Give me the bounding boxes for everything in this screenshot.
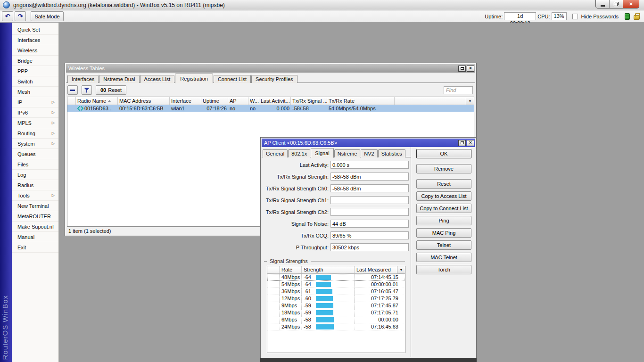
main-titlebar[interactable]: grigoris@wildbird.dyndns.org (kefalonia.… <box>0 0 644 10</box>
field-input-tx-rx-ccq[interactable] <box>330 231 409 239</box>
signal-row[interactable]: 48Mbps-6407:14:45.15 <box>267 274 405 281</box>
column-header-ap[interactable]: AP <box>228 97 248 105</box>
sidebar-item-quick-set[interactable]: Quick Set <box>12 25 58 35</box>
tab-802-1x[interactable]: 802.1x <box>288 149 310 157</box>
find-input[interactable] <box>444 86 473 94</box>
sig-column-header-last-measured[interactable]: Last Measured <box>355 266 397 273</box>
signal-row[interactable]: 54Mbps-6400:00:00.01 <box>267 281 405 288</box>
column-header-last-activit[interactable]: Last Activit... <box>259 97 291 105</box>
sig-column-dropdown-button[interactable]: ▼ <box>397 266 405 273</box>
remove-button[interactable]: Remove <box>416 164 471 173</box>
minimize-button[interactable] <box>596 0 610 8</box>
signal-row[interactable]: 6Mbps-5800:00:00 <box>267 316 405 323</box>
sidebar-item-radius[interactable]: Radius <box>12 180 58 190</box>
column-header-mac-address[interactable]: MAC Address <box>118 97 170 105</box>
sidebar-item-ipv6[interactable]: IPv6▷ <box>12 107 58 118</box>
registration-row-selected[interactable]: 00156D63...00:15:6D:63:C6:5Bwlan107:18:2… <box>67 105 474 112</box>
ap-close-button[interactable]: × <box>467 140 474 146</box>
sidebar-item-ip[interactable]: IP▷ <box>12 97 58 107</box>
column-dropdown-button[interactable]: ▼ <box>466 97 474 105</box>
reset-button[interactable]: Reset <box>416 179 471 189</box>
sidebar-item-exit[interactable]: Exit <box>12 242 58 253</box>
field-input-tx-rx-signal-strength-ch1[interactable] <box>330 196 409 204</box>
sidebar-item-metarouter[interactable]: MetaROUTER <box>12 211 58 222</box>
sidebar-item-wireless[interactable]: Wireless <box>12 45 58 56</box>
close-button[interactable]: ✕ <box>623 0 639 8</box>
sidebar-item-make-supout-rif[interactable]: Make Supout.rif <box>12 222 58 232</box>
sig-cell-rate: 18Mbps <box>280 309 302 316</box>
column-header-w[interactable]: W... <box>248 97 259 105</box>
torch-button[interactable]: Torch <box>416 265 471 274</box>
copy-to-connect-list-button[interactable]: Copy to Connect List <box>416 204 471 213</box>
field-input-tx-rx-signal-strength-ch2[interactable] <box>330 208 409 216</box>
filter-button[interactable] <box>82 85 92 95</box>
sig-column-header-strength[interactable]: Strength <box>302 266 355 273</box>
signal-row[interactable]: 18Mbps-5907:17:05.71 <box>267 309 405 316</box>
safe-mode-button[interactable]: Safe Mode <box>31 11 64 21</box>
tab-statistics[interactable]: Statistics <box>378 149 405 157</box>
tab-general[interactable]: General <box>263 149 288 157</box>
redo-button[interactable]: ↷ <box>15 11 26 21</box>
column-header-radio-name[interactable]: Radio Name <box>76 97 118 105</box>
field-input-p-throughput[interactable] <box>330 243 409 251</box>
tab-interfaces[interactable]: Interfaces <box>67 75 99 83</box>
ap-maximize-button[interactable] <box>458 140 466 146</box>
sig-cell-select <box>267 288 280 295</box>
signal-row[interactable]: 36Mbps-6107:16:05.47 <box>267 288 405 295</box>
field-input-tx-rx-signal-strength-ch0[interactable] <box>330 184 409 192</box>
remove-entry-button[interactable] <box>67 85 78 95</box>
field-input-tx-rx-signal-strength[interactable] <box>330 173 409 181</box>
tab-registration[interactable]: Registration <box>175 74 213 83</box>
wireless-close-button[interactable]: × <box>467 66 474 72</box>
sidebar-item-system[interactable]: System▷ <box>12 139 58 149</box>
sidebar-item-routing[interactable]: Routing▷ <box>12 128 58 139</box>
sidebar-item-tools[interactable]: Tools▷ <box>12 190 58 201</box>
reset-button[interactable]: 00Reset <box>96 85 126 95</box>
sidebar-item-new-terminal[interactable]: New Terminal <box>12 201 58 211</box>
column-header-uptime[interactable]: Uptime <box>201 97 228 105</box>
copy-to-access-list-button[interactable]: Copy to Access List <box>416 191 471 201</box>
telnet-button[interactable]: Telnet <box>416 240 471 250</box>
sidebar-menu: Quick SetInterfacesWirelessBridgePPPSwit… <box>12 23 59 362</box>
wireless-maximize-button[interactable] <box>458 66 466 72</box>
ok-button[interactable]: OK <box>416 149 471 158</box>
tab-nstreme-dual[interactable]: Nstreme Dual <box>99 75 139 83</box>
sidebar-item-label: Interfaces <box>17 37 40 43</box>
wireless-window-titlebar[interactable]: Wireless Tables × <box>66 64 475 73</box>
column-header-tx-rx-rate[interactable]: Tx/Rx Rate <box>327 97 395 105</box>
sig-column-header-rate[interactable]: Rate <box>280 266 302 273</box>
sidebar-item-mpls[interactable]: MPLS▷ <box>12 118 58 128</box>
signal-row[interactable]: 12Mbps-6007:17:25.79 <box>267 295 405 302</box>
undo-button[interactable]: ↶ <box>2 11 13 21</box>
sidebar-item-files[interactable]: Files <box>12 159 58 170</box>
ap-dialog-controls: × <box>458 140 474 146</box>
tab-nstreme[interactable]: Nstreme <box>334 149 361 157</box>
tab-nv2[interactable]: NV2 <box>361 149 377 157</box>
tab-signal[interactable]: Signal <box>311 148 334 158</box>
sidebar-item-ppp[interactable]: PPP <box>12 66 58 76</box>
sidebar-item-queues[interactable]: Queues <box>12 149 58 159</box>
ping-button[interactable]: Ping <box>416 216 471 225</box>
mac-ping-button[interactable]: MAC Ping <box>416 228 471 238</box>
sidebar-item-interfaces[interactable]: Interfaces <box>12 35 58 45</box>
tab-security-profiles[interactable]: Security Profiles <box>251 75 297 83</box>
sidebar-item-switch[interactable]: Switch <box>12 76 58 87</box>
column-header-interface[interactable]: Interface <box>170 97 201 105</box>
tab-access-list[interactable]: Access List <box>140 75 175 83</box>
mac-telnet-button[interactable]: MAC Telnet <box>416 253 471 262</box>
field-input-last-activity[interactable] <box>330 161 409 169</box>
signal-row[interactable]: 24Mbps-5807:16:45.63 <box>267 323 405 330</box>
sig-cell-select <box>267 274 280 280</box>
ap-dialog-titlebar[interactable]: AP Client <00:15:6D:63:C6:5B> × <box>262 139 475 147</box>
sidebar-item-bridge[interactable]: Bridge <box>12 56 58 66</box>
sidebar-item-mesh[interactable]: Mesh <box>12 87 58 97</box>
column-header-tx-rx-signal[interactable]: Tx/Rx Signal ... <box>291 97 327 105</box>
field-input-signal-to-noise[interactable] <box>330 220 409 228</box>
signal-row[interactable]: 9Mbps-5907:17:45.87 <box>267 302 405 309</box>
ap-dialog-title: AP Client <00:15:6D:63:C6:5B> <box>264 140 337 146</box>
sidebar-item-manual[interactable]: Manual <box>12 232 58 242</box>
hide-passwords-checkbox[interactable] <box>572 14 578 19</box>
restore-button[interactable] <box>610 0 623 8</box>
tab-connect-list[interactable]: Connect List <box>214 75 251 83</box>
sidebar-item-log[interactable]: Log <box>12 170 58 180</box>
